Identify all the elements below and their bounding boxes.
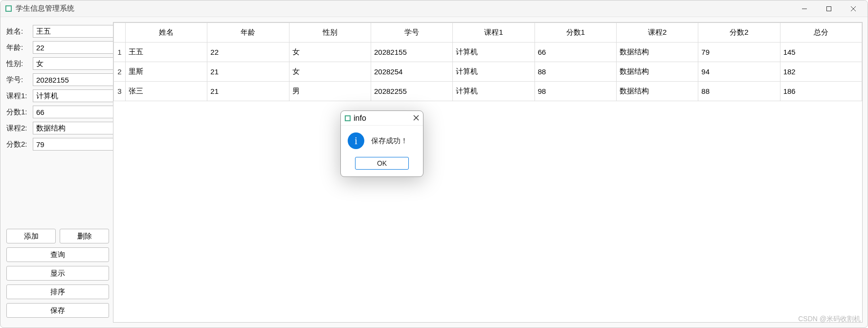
- table-cell[interactable]: 女: [289, 62, 371, 82]
- column-header[interactable]: 分数1: [534, 23, 616, 43]
- label-sid: 学号:: [6, 75, 31, 85]
- table-row[interactable]: 3张三21男20282255计算机98数据结构88186: [114, 82, 862, 101]
- main-window: 学生信息管理系统 姓名: 年龄: 性别: 学号: 课程1: 分数1: 课程2:: [0, 0, 868, 328]
- corner-cell: [114, 23, 126, 43]
- dialog-ok-button[interactable]: OK: [355, 157, 409, 170]
- table-cell[interactable]: 94: [698, 62, 780, 82]
- column-header[interactable]: 分数2: [698, 23, 780, 43]
- table-cell[interactable]: 66: [534, 43, 616, 62]
- close-button[interactable]: [841, 0, 866, 17]
- dialog-message: 保存成功！: [371, 136, 408, 146]
- label-score1: 分数1:: [6, 108, 31, 117]
- table-cell[interactable]: 20282155: [371, 43, 452, 62]
- label-gender: 性别:: [6, 59, 31, 68]
- info-icon: i: [348, 132, 364, 149]
- table-cell[interactable]: 21: [207, 62, 289, 82]
- table-cell[interactable]: 21: [207, 82, 289, 101]
- label-name: 姓名:: [6, 27, 31, 36]
- info-dialog: info i 保存成功！ OK: [340, 110, 423, 177]
- table-cell[interactable]: 数据结构: [616, 82, 698, 101]
- window-title: 学生信息管理系统: [16, 4, 74, 13]
- row-index: 3: [114, 82, 126, 101]
- data-table[interactable]: 姓名年龄性别学号课程1分数1课程2分数2总分 1王五22女20282155计算机…: [113, 22, 862, 101]
- table-cell[interactable]: 数据结构: [616, 62, 698, 82]
- app-icon: [5, 5, 12, 12]
- table-cell[interactable]: 186: [780, 82, 862, 101]
- table-cell[interactable]: 女: [289, 43, 371, 62]
- query-button[interactable]: 查询: [6, 247, 109, 262]
- table-row[interactable]: 1王五22女20282155计算机66数据结构79145: [114, 43, 862, 62]
- table-row[interactable]: 2里斯21女2028254计算机88数据结构94182: [114, 62, 862, 82]
- svg-rect-1: [827, 6, 831, 11]
- dialog-close-button[interactable]: [413, 114, 419, 123]
- column-header[interactable]: 学号: [371, 23, 452, 43]
- table-cell[interactable]: 王五: [126, 43, 207, 62]
- table-cell[interactable]: 88: [698, 82, 780, 101]
- row-index: 2: [114, 62, 126, 82]
- titlebar: 学生信息管理系统: [0, 0, 868, 17]
- table-cell[interactable]: 98: [534, 82, 616, 101]
- show-button[interactable]: 显示: [6, 266, 109, 281]
- label-score2: 分数2:: [6, 140, 31, 149]
- table-cell[interactable]: 计算机: [453, 62, 534, 82]
- maximize-button[interactable]: [817, 0, 841, 17]
- column-header[interactable]: 性别: [289, 23, 371, 43]
- column-header[interactable]: 姓名: [126, 23, 207, 43]
- table-cell[interactable]: 88: [534, 62, 616, 82]
- column-header[interactable]: 课程2: [616, 23, 698, 43]
- table-cell[interactable]: 20282255: [371, 82, 452, 101]
- table-cell[interactable]: 182: [780, 62, 862, 82]
- sort-button[interactable]: 排序: [6, 284, 109, 299]
- table-cell[interactable]: 145: [780, 43, 862, 62]
- table-cell[interactable]: 2028254: [371, 62, 452, 82]
- column-header[interactable]: 课程1: [453, 23, 534, 43]
- save-button[interactable]: 保存: [6, 303, 109, 318]
- dialog-title: info: [354, 114, 366, 123]
- data-table-container: 姓名年龄性别学号课程1分数1课程2分数2总分 1王五22女20282155计算机…: [113, 22, 863, 323]
- table-cell[interactable]: 男: [289, 82, 371, 101]
- delete-button[interactable]: 删除: [60, 229, 109, 243]
- table-cell[interactable]: 张三: [126, 82, 207, 101]
- table-cell[interactable]: 里斯: [126, 62, 207, 82]
- table-cell[interactable]: 数据结构: [616, 43, 698, 62]
- column-header[interactable]: 年龄: [207, 23, 289, 43]
- table-cell[interactable]: 79: [698, 43, 780, 62]
- minimize-button[interactable]: [792, 0, 817, 17]
- form-panel: 姓名: 年龄: 性别: 学号: 课程1: 分数1: 课程2: 分数2: 添加 删…: [5, 22, 110, 323]
- table-cell[interactable]: 22: [207, 43, 289, 62]
- column-header[interactable]: 总分: [780, 23, 862, 43]
- label-age: 年龄:: [6, 43, 31, 52]
- table-cell[interactable]: 计算机: [453, 43, 534, 62]
- add-button[interactable]: 添加: [6, 229, 56, 243]
- table-cell[interactable]: 计算机: [453, 82, 534, 101]
- label-course2: 课程2:: [6, 124, 31, 133]
- label-course1: 课程1:: [6, 91, 31, 101]
- dialog-app-icon: [345, 115, 351, 121]
- row-index: 1: [114, 43, 126, 62]
